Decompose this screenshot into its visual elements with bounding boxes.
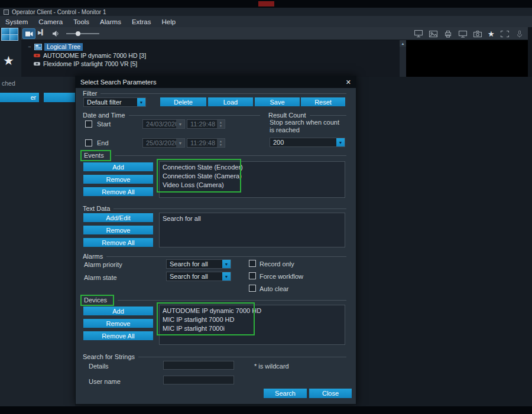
text-data-add-edit-button[interactable]: Add/Edit bbox=[83, 213, 153, 222]
scroll-up-arrow[interactable]: ▲ bbox=[400, 40, 406, 47]
username-input[interactable] bbox=[163, 376, 234, 384]
favorites-tree-icon[interactable]: ★ bbox=[3, 54, 14, 67]
result-count-select[interactable]: 200 ▼ bbox=[270, 138, 345, 147]
speaker-icon[interactable] bbox=[52, 30, 59, 37]
app-icon bbox=[4, 9, 9, 15]
screen: Operator Client - Control - Monitor 1 Sy… bbox=[0, 0, 532, 414]
dropdown-arrow-icon[interactable]: ▼ bbox=[336, 138, 345, 146]
alarms-group-label: Alarms bbox=[83, 253, 103, 260]
username-label: User name bbox=[89, 378, 121, 385]
text-data-remove-all-button[interactable]: Remove All bbox=[83, 238, 153, 247]
devices-add-button[interactable]: Add bbox=[83, 307, 153, 315]
clipped-blue-button[interactable]: er bbox=[0, 93, 39, 102]
devices-list-item[interactable]: MIC IP starlight 7000i bbox=[163, 324, 342, 333]
right-toolbar-icons: ★ bbox=[414, 27, 524, 40]
events-list[interactable]: Connection State (Encoder) Connection St… bbox=[159, 161, 345, 198]
dropdown-arrow-icon[interactable]: ▼ bbox=[137, 98, 145, 106]
force-workflow-checkbox[interactable] bbox=[249, 272, 256, 279]
tree-root-label[interactable]: Logical Tree bbox=[44, 43, 83, 51]
menu-help[interactable]: Help bbox=[156, 18, 181, 25]
strings-group-label: Search for Strings bbox=[83, 353, 135, 360]
step-frame-icon[interactable]: ▶▍ bbox=[38, 30, 45, 35]
record-only-checkbox[interactable] bbox=[249, 260, 256, 267]
alarm-state-label: Alarm state bbox=[84, 274, 117, 281]
text-data-list[interactable]: Search for all bbox=[159, 213, 345, 247]
load-button[interactable]: Load bbox=[208, 97, 253, 106]
tree-item-label[interactable]: AUTODOME IP dynamic 7000 HD [3] bbox=[43, 52, 146, 59]
filter-group-header: Filter bbox=[83, 90, 346, 97]
logical-tree-panel: − Logical Tree AUTODOME IP dynamic 7000 … bbox=[21, 40, 400, 77]
dropdown-arrow-icon[interactable]: ▼ bbox=[222, 272, 231, 281]
events-add-button[interactable]: Add bbox=[83, 162, 153, 171]
start-checkbox[interactable] bbox=[85, 120, 92, 128]
devices-remove-button[interactable]: Remove bbox=[83, 319, 153, 328]
clipped-blue-button-2[interactable] bbox=[44, 93, 75, 102]
alarm-priority-select[interactable]: Search for all ▼ bbox=[166, 259, 231, 269]
events-list-item[interactable]: Connection State (Encoder) bbox=[163, 163, 342, 172]
events-label-annotation: Events bbox=[80, 150, 111, 161]
result-count-label: Result Count bbox=[268, 112, 306, 119]
select-region-icon[interactable] bbox=[500, 30, 510, 38]
tree-root-row[interactable]: − Logical Tree bbox=[27, 43, 83, 51]
events-remove-all-button[interactable]: Remove All bbox=[83, 187, 153, 196]
filter-select[interactable]: Default filter ▼ bbox=[83, 97, 146, 107]
menu-camera[interactable]: Camera bbox=[33, 18, 68, 25]
result-count-group-header: Result Count bbox=[268, 112, 346, 119]
app-title: Operator Client - Control - Monitor 1 bbox=[12, 9, 106, 15]
tree-item-label[interactable]: Flexidome IP starlight 7000 VR [5] bbox=[43, 60, 137, 67]
events-list-item[interactable]: Video Loss (Camera) bbox=[163, 181, 342, 190]
text-data-group-label: Text Data bbox=[83, 205, 110, 212]
wildcard-hint: * is wildcard bbox=[254, 363, 289, 370]
save-button[interactable]: Save bbox=[255, 97, 300, 106]
monitor-icon[interactable] bbox=[458, 30, 468, 38]
devices-remove-all-button[interactable]: Remove All bbox=[83, 331, 153, 340]
spinner-arrows-icon: ▲▼ bbox=[217, 120, 225, 128]
collapse-icon[interactable]: − bbox=[27, 44, 32, 50]
volume-slider-knob[interactable] bbox=[76, 31, 80, 36]
dialog-close-icon[interactable]: ✕ bbox=[346, 79, 351, 86]
events-remove-button[interactable]: Remove bbox=[83, 175, 153, 184]
dropdown-arrow-icon[interactable]: ▼ bbox=[222, 260, 231, 268]
text-data-remove-button[interactable]: Remove bbox=[83, 226, 153, 234]
devices-label-annotation: Devices bbox=[80, 295, 114, 306]
image-icon[interactable] bbox=[429, 30, 438, 38]
text-data-value: Search for all bbox=[163, 214, 342, 223]
volume-slider bbox=[66, 33, 99, 34]
favorite-star-icon[interactable]: ★ bbox=[488, 30, 495, 38]
export-monitor-icon[interactable] bbox=[414, 30, 423, 38]
result-count-hint: Stop search when count is reached bbox=[270, 119, 345, 134]
end-label: End bbox=[97, 139, 109, 146]
details-input[interactable] bbox=[163, 361, 234, 370]
printer-icon[interactable] bbox=[443, 30, 453, 38]
details-label: Details bbox=[89, 363, 109, 370]
snapshot-camera-icon[interactable] bbox=[473, 30, 482, 38]
tile-layout-icon[interactable] bbox=[1, 28, 18, 41]
devices-list-item[interactable]: MIC IP starlight 7000 HD bbox=[163, 315, 342, 324]
microphone-icon[interactable] bbox=[515, 30, 524, 38]
events-list-item[interactable]: Connection State (Camera) bbox=[163, 172, 342, 181]
menu-tools[interactable]: Tools bbox=[68, 18, 95, 25]
search-button[interactable]: Search bbox=[264, 389, 307, 398]
close-button[interactable]: Close bbox=[309, 389, 352, 398]
ptz-camera-icon bbox=[33, 53, 41, 58]
end-date-select: 25/03/2020 ▼ bbox=[142, 138, 185, 148]
record-only-label: Record only bbox=[259, 260, 294, 268]
end-checkbox[interactable] bbox=[85, 139, 92, 146]
filter-select-value: Default filter bbox=[87, 99, 122, 106]
menu-alarms[interactable]: Alarms bbox=[95, 18, 126, 25]
devices-list[interactable]: AUTODOME IP dynamic 7000 HD MIC IP starl… bbox=[159, 305, 345, 345]
tree-scrollbar[interactable]: ▲ bbox=[400, 40, 406, 77]
auto-clear-checkbox[interactable] bbox=[249, 285, 256, 292]
start-time-spinner: 11:29:48 ▲▼ bbox=[187, 119, 225, 129]
menu-extras[interactable]: Extras bbox=[126, 18, 157, 25]
reset-button[interactable]: Reset bbox=[301, 97, 345, 106]
dropdown-arrow-icon: ▼ bbox=[176, 120, 184, 128]
tree-item-flexidome[interactable]: Flexidome IP starlight 7000 VR [5] bbox=[33, 60, 137, 68]
delete-button[interactable]: Delete bbox=[160, 97, 206, 106]
alarm-priority-label: Alarm priority bbox=[84, 261, 122, 268]
tree-item-autodome[interactable]: AUTODOME IP dynamic 7000 HD [3] bbox=[33, 51, 146, 60]
alarm-state-select[interactable]: Search for all ▼ bbox=[166, 272, 231, 281]
menu-system[interactable]: System bbox=[0, 18, 33, 25]
devices-list-item[interactable]: AUTODOME IP dynamic 7000 HD bbox=[163, 307, 342, 315]
video-camera-button[interactable] bbox=[22, 28, 35, 39]
